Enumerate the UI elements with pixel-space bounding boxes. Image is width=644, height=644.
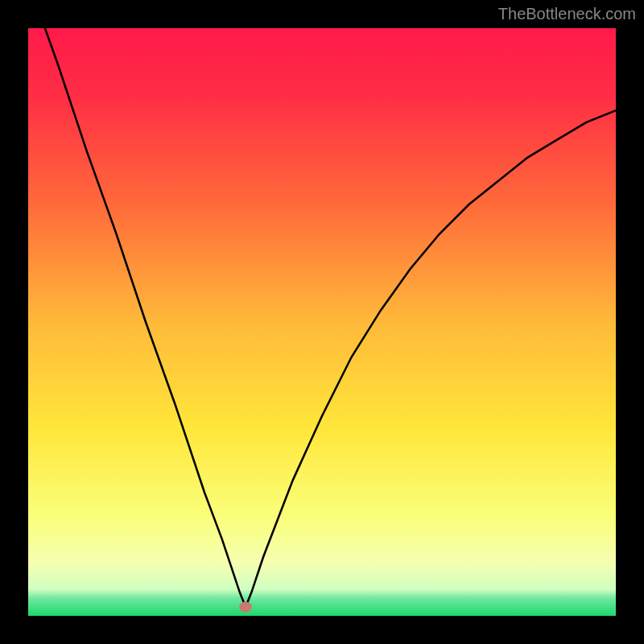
- bottleneck-curve: [28, 28, 616, 616]
- minimum-marker: [239, 602, 252, 613]
- plot-area: [28, 28, 616, 616]
- watermark-text: TheBottleneck.com: [498, 5, 636, 23]
- chart-frame: TheBottleneck.com: [0, 0, 644, 644]
